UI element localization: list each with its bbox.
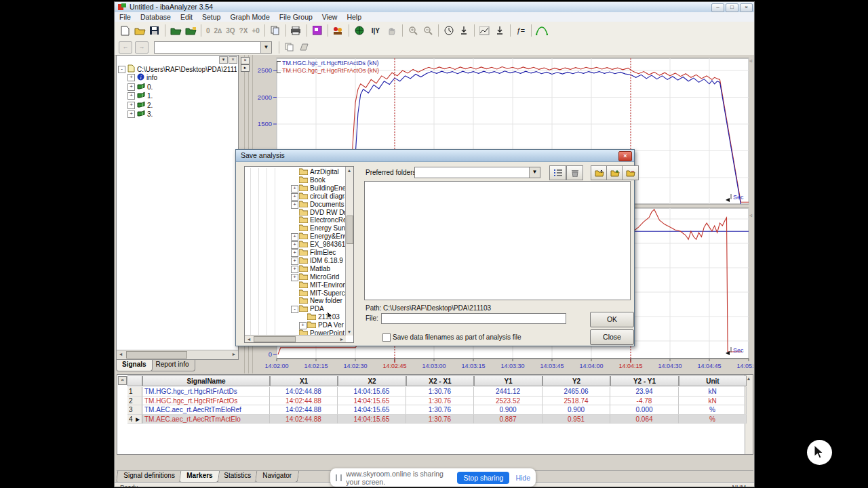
save-filenames-checkbox[interactable]: [382, 333, 391, 342]
menu-edit[interactable]: Edit: [176, 12, 197, 22]
folder-hscrollbar[interactable]: ◄ ►: [245, 335, 346, 342]
time-download-icon[interactable]: [457, 24, 471, 37]
tree-horizontal-scrollbar[interactable]: ◄ ►: [117, 350, 238, 359]
scroll-up-icon[interactable]: ▲: [346, 167, 353, 174]
forward-button[interactable]: →: [135, 41, 149, 54]
scroll-left-icon[interactable]: ◄: [117, 350, 125, 358]
expand-icon[interactable]: +: [299, 322, 307, 329]
column-header-x2x1[interactable]: X2 - X1: [406, 375, 474, 386]
row-marker[interactable]: 2: [127, 396, 142, 406]
layout-manager-icon[interactable]: [311, 24, 324, 37]
folder-item-circuit-diagram[interactable]: +circuit diagram: [245, 192, 346, 201]
folder-item-electroncrepair[interactable]: ElectroncRepair: [245, 216, 346, 224]
maximize-button[interactable]: □: [726, 3, 738, 12]
dialog-title-bar[interactable]: Save analysis: [236, 150, 634, 162]
folder-item-idm-6-18-9[interactable]: +IDM 6.18.9: [245, 257, 346, 265]
print-icon[interactable]: [290, 24, 303, 37]
signal-manager-icon[interactable]: [332, 24, 345, 37]
xy-view-icon[interactable]: I|Y: [369, 24, 382, 37]
combo-dropdown-icon[interactable]: ▼: [529, 167, 540, 178]
scroll-thumb[interactable]: [254, 336, 296, 342]
column-header-y1[interactable]: Y1: [474, 375, 542, 386]
expand-icon[interactable]: +: [291, 266, 298, 273]
tree-item-3[interactable]: +3.: [118, 110, 237, 119]
scroll-left-icon[interactable]: ◄: [245, 336, 253, 343]
row-marker[interactable]: 3: [127, 405, 142, 415]
hide-banner-link[interactable]: Hide: [515, 474, 530, 482]
folder-item-microgrid[interactable]: +MicroGrid: [245, 273, 346, 281]
expand-icon[interactable]: +: [127, 92, 135, 100]
folder-item-ex_98436104_[interactable]: +EX_98436104_: [245, 241, 346, 249]
save-analysis-icon[interactable]: [148, 24, 161, 37]
scroll-right-icon[interactable]: ►: [338, 336, 346, 343]
scroll-thumb[interactable]: [126, 351, 187, 359]
menu-file-group[interactable]: File Group: [275, 12, 317, 22]
globe-icon[interactable]: [353, 24, 366, 37]
close-button[interactable]: ×: [740, 3, 753, 12]
expression-combobox[interactable]: ▼: [154, 41, 272, 54]
new-folder-icon[interactable]: [606, 165, 623, 180]
expand-icon[interactable]: +: [291, 185, 298, 192]
column-header-x2[interactable]: X2: [338, 375, 406, 386]
folder-item-energy-environ[interactable]: +Energy&Environ: [245, 232, 346, 241]
folder-item-arzdigital[interactable]: ArzDigital: [245, 168, 346, 176]
column-header-signalname[interactable]: SignalName: [142, 375, 270, 386]
combo-dropdown-icon[interactable]: ▼: [260, 42, 271, 53]
collapse-icon[interactable]: -: [118, 66, 125, 73]
expand-icon[interactable]: +: [127, 110, 135, 118]
folder-item-dvd-rw-drive[interactable]: DVD RW Drive: [245, 209, 346, 217]
folder-up-icon[interactable]: [591, 165, 608, 180]
folder-item-matlab[interactable]: +Matlab: [245, 265, 346, 273]
row-marker[interactable]: 1: [127, 387, 142, 396]
menu-database[interactable]: Database: [136, 12, 176, 22]
expand-icon[interactable]: +: [127, 74, 135, 81]
smooth-curve-icon[interactable]: [535, 24, 549, 37]
erase-expression-icon[interactable]: [298, 41, 311, 54]
analysis-file-list[interactable]: [364, 181, 631, 300]
signal-download-icon[interactable]: [493, 24, 507, 37]
expand-icon[interactable]: +: [291, 201, 298, 209]
table-close-icon[interactable]: ×: [118, 376, 127, 385]
menu-graph-mode[interactable]: Graph Mode: [225, 12, 274, 22]
tree-item-1[interactable]: +1.: [118, 92, 237, 100]
menu-help[interactable]: Help: [342, 12, 366, 22]
expand-icon[interactable]: +: [127, 102, 135, 109]
add-expression-icon[interactable]: [283, 41, 296, 54]
time-axis-icon[interactable]: [442, 24, 456, 37]
expand-icon[interactable]: -: [291, 306, 298, 313]
expand-icon[interactable]: +: [291, 274, 298, 281]
ok-button[interactable]: OK: [590, 312, 634, 327]
folder-item-mit-environmer[interactable]: MIT-Environmer: [245, 281, 346, 289]
panel-close-icon[interactable]: ×: [229, 56, 237, 64]
expand-icon[interactable]: +: [291, 193, 298, 201]
expand-icon[interactable]: +: [291, 249, 298, 257]
folder-vscrollbar[interactable]: ▲ ▼: [345, 167, 353, 336]
tree-item-info[interactable]: +iinfo: [118, 73, 237, 82]
folder-item-filmelec[interactable]: +FilmElec: [245, 249, 346, 257]
scroll-thumb[interactable]: [347, 216, 353, 244]
zoom-out-icon[interactable]: [421, 24, 435, 37]
folder-item-mit-supercond[interactable]: MIT-Supercond: [245, 289, 346, 298]
remove-folder-icon[interactable]: [622, 165, 639, 180]
folder-item-documents[interactable]: +Documents: [245, 201, 346, 209]
tab-markers[interactable]: Markers: [178, 471, 220, 483]
copy-icon[interactable]: [269, 24, 282, 37]
expand-icon[interactable]: +: [127, 83, 135, 91]
expression-builder-icon[interactable]: ƒ=: [514, 24, 528, 37]
menu-view[interactable]: View: [317, 12, 342, 22]
folder-item-energy-sun-tac[interactable]: Energy Sun Tac: [245, 224, 346, 232]
delete-folder-icon[interactable]: [566, 165, 583, 180]
new-analysis-icon[interactable]: [118, 24, 132, 37]
append-datafile-icon[interactable]: [184, 24, 197, 37]
pane1-collapse-icon[interactable]: ◃: [749, 58, 752, 64]
scroll-down-icon[interactable]: ▼: [346, 328, 353, 336]
folder-item-book[interactable]: Book: [245, 176, 346, 184]
dialog-close-button[interactable]: Close: [590, 329, 634, 345]
expand-icon[interactable]: +: [291, 241, 298, 249]
folder-item-buildingenergy-e[interactable]: +BuildingEnergy-E: [245, 184, 346, 192]
tree-root-item[interactable]: -C:\Users\RAF\Desktop\PDA\211103\2021-: [118, 64, 237, 73]
row-number-header[interactable]: [127, 375, 142, 386]
open-analysis-icon[interactable]: [133, 24, 146, 37]
tab-statistics[interactable]: Statistics: [216, 471, 258, 483]
row-marker[interactable]: 4 ►: [127, 415, 142, 424]
